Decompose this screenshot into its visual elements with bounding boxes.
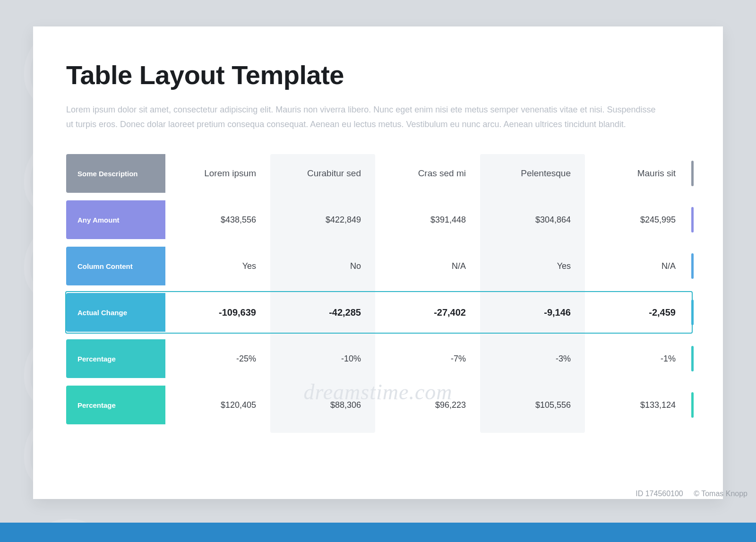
- row-label: Actual Change: [66, 293, 165, 332]
- table-cell: N/A: [375, 247, 480, 285]
- table-cell: $422,849: [270, 200, 375, 239]
- table-cell: -25%: [165, 339, 270, 378]
- table-cell: -109,639: [165, 293, 270, 332]
- column-header: Mauris sit: [585, 154, 690, 193]
- row-label: Any Amount: [66, 200, 165, 239]
- table-cell: -10%: [270, 339, 375, 378]
- page-subtitle: Lorem ipsum dolor sit amet, consectetur …: [66, 103, 662, 131]
- image-credit: ID 174560100 © Tomas Knopp: [636, 490, 747, 498]
- row-label: Column Content: [66, 247, 165, 285]
- table-row-highlighted: Actual Change -109,639 -42,285 -27,402 -…: [66, 293, 690, 332]
- table-cell: $120,405: [165, 386, 270, 424]
- table-header-row: Some Description Lorem ipsum Curabitur s…: [66, 154, 690, 193]
- content-card: Table Layout Template Lorem ipsum dolor …: [33, 26, 723, 499]
- table-cell: $96,223: [375, 386, 480, 424]
- table-cell: $391,448: [375, 200, 480, 239]
- column-header: Curabitur sed: [270, 154, 375, 193]
- table-cell: $304,864: [480, 200, 585, 239]
- table-row: Any Amount $438,556 $422,849 $391,448 $3…: [66, 200, 690, 239]
- credit-author: © Tomas Knopp: [694, 490, 747, 498]
- table-row: Percentage $120,405 $88,306 $96,223 $105…: [66, 386, 690, 424]
- row-label: Some Description: [66, 154, 165, 193]
- table-cell: -1%: [585, 339, 690, 378]
- table-cell: $133,124: [585, 386, 690, 424]
- stage: @ @ @ @ @ @ @ @ @ @ @ @ @ @ @ @ @ @ Tabl…: [0, 0, 756, 523]
- table-cell: -9,146: [480, 293, 585, 332]
- table-cell: No: [270, 247, 375, 285]
- row-endcap: [691, 161, 694, 186]
- table-cell: -27,402: [375, 293, 480, 332]
- row-endcap: [691, 253, 694, 279]
- table-cell: -7%: [375, 339, 480, 378]
- table-row: Percentage -25% -10% -7% -3% -1%: [66, 339, 690, 378]
- table-cell: $105,556: [480, 386, 585, 424]
- column-header: Cras sed mi: [375, 154, 480, 193]
- row-endcap: [691, 392, 694, 418]
- table-cell: $438,556: [165, 200, 270, 239]
- table-cell: -3%: [480, 339, 585, 378]
- table-cell: Yes: [165, 247, 270, 285]
- table-cell: Yes: [480, 247, 585, 285]
- data-table: Some Description Lorem ipsum Curabitur s…: [66, 154, 690, 433]
- table-row: Column Content Yes No N/A Yes N/A: [66, 247, 690, 285]
- row-endcap: [691, 207, 694, 232]
- table-cell: N/A: [585, 247, 690, 285]
- credit-id: ID 174560100: [636, 490, 683, 498]
- column-header: Lorem ipsum: [165, 154, 270, 193]
- column-header: Pelentesque: [480, 154, 585, 193]
- table-cell: -42,285: [270, 293, 375, 332]
- row-label: Percentage: [66, 386, 165, 424]
- table-cell: $245,995: [585, 200, 690, 239]
- bottom-accent-bar: [0, 523, 756, 542]
- row-endcap: [691, 346, 694, 371]
- table-cell: -2,459: [585, 293, 690, 332]
- table-cell: $88,306: [270, 386, 375, 424]
- row-endcap: [691, 300, 694, 325]
- page-title: Table Layout Template: [66, 60, 690, 90]
- row-label: Percentage: [66, 339, 165, 378]
